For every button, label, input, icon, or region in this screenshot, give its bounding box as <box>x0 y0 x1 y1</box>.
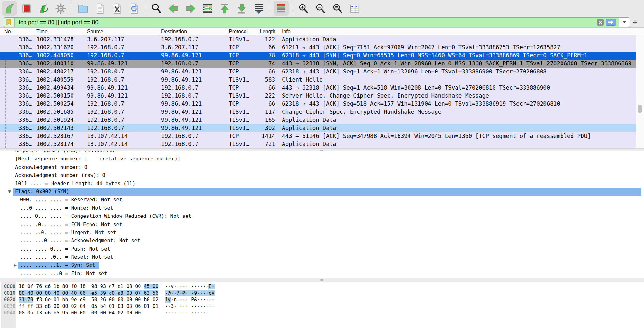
detail-line[interactable]: 000. .... .... = Reserved: Not set <box>0 196 644 204</box>
packet-row[interactable]: 336…1002.501924192.168.0.799.86.49.121TL… <box>0 116 636 124</box>
filter-bookmark-button[interactable] <box>3 18 15 27</box>
expand-expander-icon[interactable]: ▶ <box>14 261 17 269</box>
cell-no: 336… <box>8 108 32 116</box>
pane-splitter-bottom[interactable] <box>0 278 644 282</box>
find-packet-button[interactable] <box>149 1 164 16</box>
packet-row[interactable]: 336…1002.448050192.168.0.799.86.49.121TC… <box>0 52 636 60</box>
packet-row[interactable]: 336…1002.52817413.107.42.14192.168.0.7TL… <box>0 140 636 148</box>
packet-row[interactable]: 336…1002.500254192.168.0.799.86.49.121TC… <box>0 100 636 108</box>
column-divider[interactable] <box>278 29 278 34</box>
ascii-bytes[interactable]: ········ ······ <box>165 310 208 316</box>
packet-row[interactable]: 336…1002.49943499.86.49.121192.168.0.7TC… <box>0 84 636 92</box>
detail-line[interactable]: .... ..0. .... = Urgent: Not set <box>0 229 644 237</box>
packet-row[interactable]: 336…1002.502143192.168.0.799.86.49.121TL… <box>0 124 636 132</box>
hex-bytes[interactable]: 00 40 00 00 40 00 40 06 e5 39 c0 a8 00 0… <box>19 290 158 297</box>
reload-capture-file-button[interactable] <box>127 1 142 16</box>
cell-length: 122 <box>244 35 275 43</box>
colorize-packets-button[interactable] <box>274 1 289 16</box>
open-capture-file-button[interactable] <box>75 1 91 16</box>
filter-apply-button[interactable] <box>606 19 616 26</box>
go-to-last-packet-button[interactable] <box>234 1 249 16</box>
column-header-no[interactable]: No. <box>4 28 12 35</box>
auto-scroll-icon <box>253 3 265 14</box>
close-capture-file-button[interactable] <box>110 1 125 16</box>
hex-row[interactable]: 001000 40 00 00 40 00 40 06 e5 39 c0 a8 … <box>0 290 644 297</box>
column-divider[interactable] <box>226 29 226 34</box>
start-capture-button[interactable] <box>2 1 17 16</box>
filter-history-dropdown[interactable] <box>619 18 630 27</box>
pane-splitter-top[interactable] <box>0 148 644 151</box>
detail-line[interactable]: ▶.... .... ..1. = Syn: Set <box>0 261 644 269</box>
filter-clear-button[interactable] <box>597 19 604 26</box>
save-capture-file-button[interactable] <box>92 1 108 16</box>
detail-line[interactable]: Sequence number (raw): 2665041958 <box>0 151 644 155</box>
detail-line[interactable]: .... 0... .... = Congestion Window Reduc… <box>0 212 644 220</box>
column-header-protocol[interactable]: Protocol <box>229 28 248 35</box>
restart-capture-button[interactable] <box>36 1 51 16</box>
detail-line[interactable]: [Next sequence number: 1 (relative seque… <box>0 155 644 163</box>
detail-line[interactable]: Acknowledgment number (raw): 0 <box>0 171 644 179</box>
capture-options-button[interactable] <box>53 1 68 16</box>
ascii-bytes[interactable]: ··3····· ········ <box>165 303 215 310</box>
column-divider[interactable] <box>254 29 254 34</box>
packet-list-scrollbar[interactable] <box>636 35 644 148</box>
column-header-source[interactable]: Source <box>87 28 103 35</box>
hex-row[interactable]: 000018 0f 76 c6 1b 80 f0 18 98 93 d7 d1 … <box>0 283 644 290</box>
column-header-info[interactable]: Info <box>282 28 291 35</box>
hex-row[interactable]: 002031 79 f3 6e 01 bb 9e d9 50 26 00 00 … <box>0 296 644 303</box>
packet-row[interactable]: 336…1002.3314783.6.207.117192.168.0.7TLS… <box>0 35 636 43</box>
cell-length: 66 <box>244 100 275 108</box>
go-to-packet-button[interactable] <box>200 1 215 16</box>
go-to-first-packet-button[interactable] <box>217 1 232 16</box>
restart-capture-icon <box>38 3 50 14</box>
column-divider[interactable] <box>34 29 34 34</box>
detail-line[interactable]: .... .... 0... = Push: Not set <box>0 245 644 253</box>
detail-line[interactable]: .... .... .0.. = Reset: Not set <box>0 253 644 261</box>
packet-row[interactable]: 336…1002.52816713.107.42.14192.168.0.7TC… <box>0 132 636 140</box>
detail-line[interactable]: .... .0.. .... = ECN-Echo: Not set <box>0 221 644 229</box>
packet-row[interactable]: 336…1002.48011099.86.49.121192.168.0.7TC… <box>0 60 636 68</box>
hex-row[interactable]: 0030ff ff 33 d8 00 00 02 04 05 b4 01 03 … <box>0 303 644 310</box>
stop-capture-button[interactable] <box>19 1 34 16</box>
column-header-length[interactable]: Length <box>260 28 276 35</box>
auto-scroll-button[interactable] <box>251 1 266 16</box>
zoom-in-button[interactable] <box>296 1 311 16</box>
go-to-next-packet-button[interactable] <box>183 1 198 16</box>
detail-line[interactable]: 1011 .... = Header Length: 44 bytes (11) <box>0 180 644 188</box>
packet-row[interactable]: 336…1002.480559192.168.0.799.86.49.121TL… <box>0 76 636 84</box>
packet-row[interactable]: 336…1002.501685192.168.0.799.86.49.121TL… <box>0 108 636 116</box>
detail-line[interactable]: .... .... ...0 = Fin: Not set <box>0 270 644 278</box>
detail-line[interactable]: ▼Flags: 0x002 (SYN) <box>0 188 644 196</box>
column-divider[interactable] <box>83 29 83 34</box>
column-header-time[interactable]: Time <box>36 28 48 35</box>
collapse-expander-icon[interactable]: ▼ <box>8 188 11 196</box>
detail-line[interactable]: ...0 .... .... = Nonce: Not set <box>0 204 644 212</box>
hex-bytes[interactable]: ff ff 33 d8 00 00 02 04 05 b4 01 03 03 0… <box>19 303 158 310</box>
ascii-bytes[interactable]: ·@··@·@· ·9····cV <box>165 290 215 297</box>
packet-row[interactable]: 336…1002.50015099.86.49.121192.168.0.7TL… <box>0 92 636 100</box>
cell-no: 336… <box>8 60 32 68</box>
resize-columns-button[interactable] <box>347 1 362 16</box>
go-to-previous-packet-button[interactable] <box>166 1 181 16</box>
column-header-destination[interactable]: Destination <box>161 28 187 35</box>
detail-text: .... ..0. .... = Urgent: Not set <box>20 230 116 236</box>
detail-line[interactable]: .... ...0 .... = Acknowledgment: Not set <box>0 237 644 245</box>
ascii-bytes[interactable]: ··v····· ······E· <box>165 283 215 290</box>
detail-line[interactable]: Acknowledgment number: 0 <box>0 163 644 171</box>
packet-row[interactable]: 336…1002.480217192.168.0.799.86.49.121TC… <box>0 68 636 76</box>
cell-destination: 192.168.0.7 <box>161 84 198 92</box>
hex-bytes[interactable]: 08 0a 13 e6 b5 95 00 00 00 00 04 02 00 0… <box>19 310 141 316</box>
ascii-bytes[interactable]: 1y·n···· P&······ <box>165 296 215 303</box>
packet-row[interactable]: 336…1002.331620192.168.0.73.6.207.117TCP… <box>0 43 636 52</box>
hex-row[interactable]: 004008 0a 13 e6 b5 95 00 00 00 00 04 02 … <box>0 310 644 316</box>
hex-bytes[interactable]: 18 0f 76 c6 1b 80 f0 18 98 93 d7 d1 08 0… <box>19 283 158 290</box>
display-filter-input[interactable] <box>15 19 597 26</box>
zoom-out-button[interactable] <box>313 1 328 16</box>
zoom-reset-button[interactable] <box>330 1 345 16</box>
add-filter-button[interactable]: + <box>630 18 639 27</box>
column-divider[interactable] <box>159 29 159 34</box>
hex-bytes[interactable]: 31 79 f3 6e 01 bb 9e d9 50 26 00 00 00 0… <box>19 296 158 303</box>
vertical-scrollbar-thumb[interactable] <box>638 105 642 113</box>
cell-destination: 192.168.0.7 <box>161 60 198 68</box>
splitter-handle[interactable] <box>320 279 323 281</box>
